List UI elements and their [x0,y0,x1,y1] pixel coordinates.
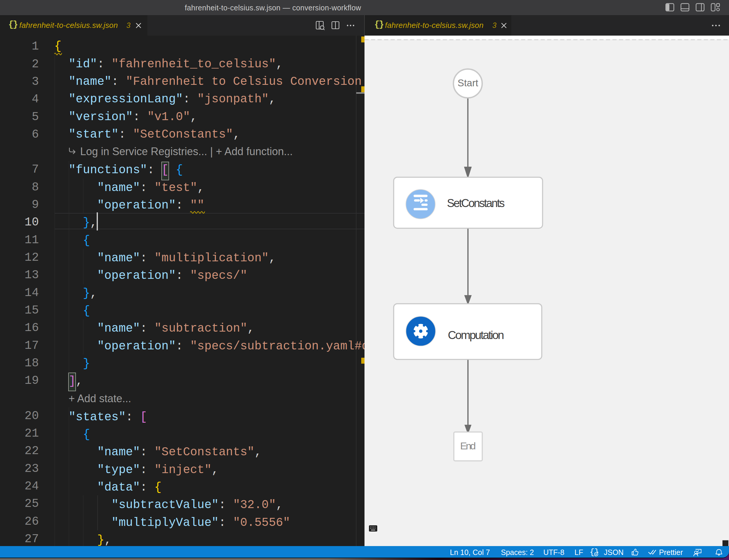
svg-text:{: { [590,548,594,557]
svg-text:Start: Start [458,77,478,88]
svg-text:Computation: Computation [448,329,504,341]
svg-text:End: End [460,440,476,451]
svg-text:SetConstants: SetConstants [447,197,505,209]
